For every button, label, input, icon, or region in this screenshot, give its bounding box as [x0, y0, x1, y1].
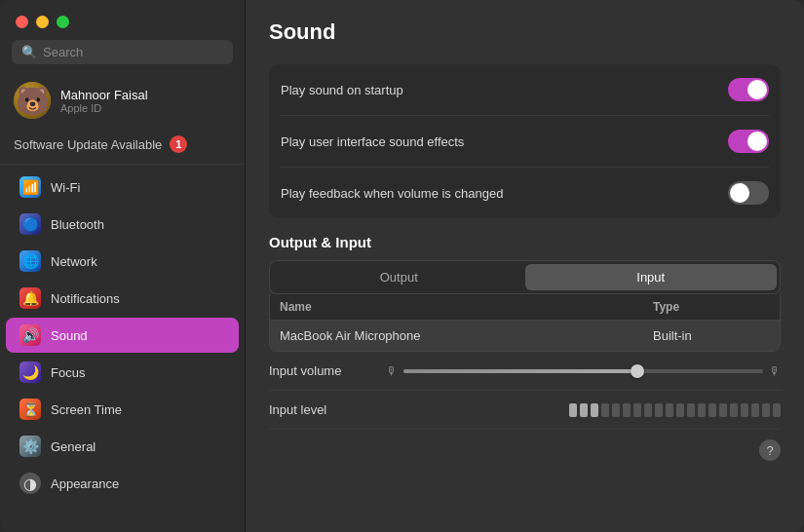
startup-sound-label: Play sound on startup: [281, 83, 403, 97]
sidebar-item-label-bluetooth: Bluetooth: [51, 217, 104, 232]
sidebar-item-label-sound: Sound: [51, 328, 88, 343]
level-bar-13: [698, 403, 706, 417]
tab-input[interactable]: Input: [525, 264, 778, 290]
device-name: MacBook Air Microphone: [280, 328, 653, 343]
sound-settings-group: Play sound on startup Play user interfac…: [269, 64, 781, 218]
level-bar-3: [591, 403, 598, 417]
level-bar-10: [666, 403, 673, 417]
network-icon: 🌐: [19, 250, 41, 272]
level-bar-20: [773, 403, 781, 417]
output-input-tabs: Output Input: [269, 260, 781, 294]
sidebar-item-label-wifi: Wi-Fi: [51, 180, 80, 195]
avatar: [14, 82, 51, 119]
level-bar-16: [730, 403, 738, 417]
level-bar-12: [687, 403, 695, 417]
sidebar-item-screen-time[interactable]: ⏳ Screen Time: [6, 392, 239, 427]
startup-sound-toggle[interactable]: [728, 78, 769, 101]
sidebar-item-bluetooth[interactable]: 🔵 Bluetooth: [6, 207, 239, 242]
main-content: Sound Play sound on startup Play user in…: [246, 0, 804, 532]
mic-icon-small: 🎙: [386, 364, 398, 378]
mic-icon-large: 🎙: [769, 364, 781, 378]
level-bar-8: [644, 403, 652, 417]
ui-sounds-toggle[interactable]: [728, 130, 769, 153]
level-bar-15: [719, 403, 727, 417]
notifications-icon: 🔔: [19, 287, 41, 309]
input-level-label: Input level: [269, 402, 386, 417]
col-type-header: Type: [653, 300, 770, 314]
level-bar-5: [612, 403, 620, 417]
input-level-bars: [569, 403, 781, 417]
level-bar-9: [655, 403, 663, 417]
col-name-header: Name: [280, 300, 653, 314]
sidebar-item-network[interactable]: 🌐 Network: [6, 244, 239, 279]
wifi-icon: 📶: [19, 176, 41, 198]
table-header: Name Type: [270, 294, 780, 321]
sidebar-item-label-notifications: Notifications: [51, 291, 120, 306]
level-bar-14: [708, 403, 716, 417]
sidebar-item-label-general: General: [51, 439, 96, 454]
sidebar-item-notifications[interactable]: 🔔 Notifications: [6, 281, 239, 316]
maximize-button[interactable]: [57, 16, 69, 28]
level-bar-19: [762, 403, 770, 417]
input-volume-row: Input volume 🎙 🎙: [269, 352, 781, 391]
level-bar-2: [580, 403, 588, 417]
feedback-label: Play feedback when volume is changed: [281, 186, 503, 201]
appearance-icon: ◑: [19, 473, 41, 494]
sidebar-item-sound[interactable]: 🔊 Sound: [6, 318, 239, 353]
sidebar-item-label-screen-time: Screen Time: [51, 402, 122, 417]
level-bar-4: [601, 403, 609, 417]
update-badge: 1: [170, 135, 187, 153]
table-row[interactable]: MacBook Air Microphone Built-in: [270, 321, 780, 351]
slider-thumb[interactable]: [631, 364, 644, 378]
avatar-image: [14, 82, 51, 119]
level-bar-6: [623, 403, 631, 417]
level-bar-17: [741, 403, 748, 417]
bluetooth-icon: 🔵: [19, 213, 41, 235]
sidebar: 🔍 Mahnoor Faisal Apple ID Software Updat…: [0, 0, 246, 532]
search-input[interactable]: [43, 45, 223, 59]
output-input-title: Output & Input: [269, 234, 781, 250]
help-button-wrap: ?: [269, 439, 781, 461]
minimize-button[interactable]: [36, 16, 49, 28]
screentime-icon: ⏳: [19, 399, 41, 420]
tab-output[interactable]: Output: [273, 264, 525, 290]
feedback-row: Play feedback when volume is changed: [281, 168, 769, 218]
focus-icon: 🌙: [19, 361, 41, 383]
user-profile[interactable]: Mahnoor Faisal Apple ID: [0, 74, 245, 129]
user-name: Mahnoor Faisal: [60, 88, 148, 102]
ui-sounds-row: Play user interface sound effects: [281, 116, 769, 168]
sidebar-item-appearance[interactable]: ◑ Appearance: [6, 466, 239, 501]
slider-fill: [403, 369, 637, 373]
sidebar-divider: [0, 164, 245, 165]
sidebar-item-label-focus: Focus: [51, 365, 85, 380]
page-title: Sound: [269, 19, 781, 45]
sound-icon: 🔊: [19, 324, 41, 346]
search-icon: 🔍: [21, 45, 37, 59]
sidebar-item-label-appearance: Appearance: [51, 476, 119, 491]
level-bar-7: [633, 403, 641, 417]
input-volume-track[interactable]: [403, 369, 763, 373]
software-update-item[interactable]: Software Update Available 1: [0, 129, 245, 160]
search-bar[interactable]: 🔍: [12, 40, 233, 64]
input-volume-label: Input volume: [269, 363, 386, 378]
device-type: Built-in: [653, 328, 770, 343]
startup-sound-row: Play sound on startup: [281, 64, 769, 116]
sidebar-item-focus[interactable]: 🌙 Focus: [6, 355, 239, 390]
sidebar-item-general[interactable]: ⚙️ General: [6, 429, 239, 464]
level-bar-11: [676, 403, 684, 417]
input-level-row: Input level: [269, 391, 781, 430]
close-button[interactable]: [16, 16, 28, 28]
software-update-label: Software Update Available: [14, 137, 162, 152]
ui-sounds-label: Play user interface sound effects: [281, 134, 464, 149]
help-button[interactable]: ?: [759, 439, 781, 461]
level-bar-1: [569, 403, 577, 417]
traffic-lights: [0, 0, 245, 40]
sidebar-item-wifi[interactable]: 📶 Wi-Fi: [6, 170, 239, 205]
input-volume-slider-wrap: 🎙 🎙: [386, 364, 781, 378]
user-info: Mahnoor Faisal Apple ID: [60, 88, 148, 114]
level-bar-18: [751, 403, 759, 417]
general-icon: ⚙️: [19, 436, 41, 457]
feedback-toggle[interactable]: [728, 181, 769, 205]
input-table: Name Type MacBook Air Microphone Built-i…: [269, 294, 781, 352]
sidebar-item-label-network: Network: [51, 254, 97, 269]
